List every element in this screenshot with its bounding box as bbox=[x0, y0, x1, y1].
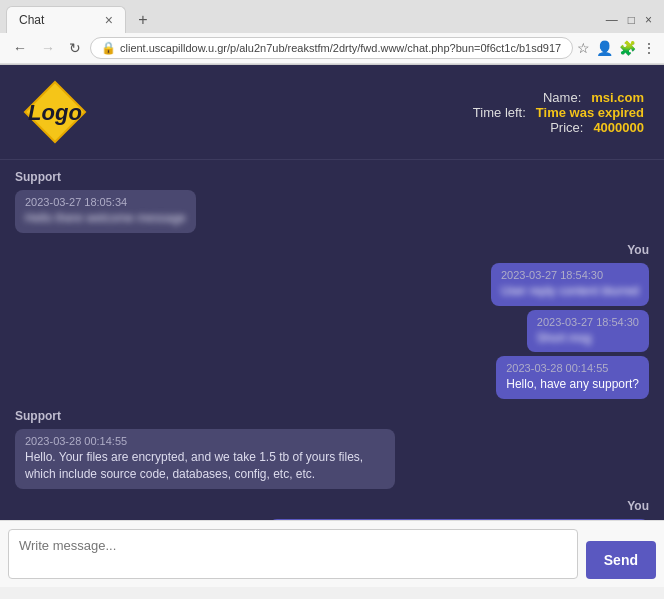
message-group: You 2023-03-28 00:14:55 Multi line blurr… bbox=[15, 499, 649, 520]
message-time: 2023-03-27 18:54:30 bbox=[501, 269, 639, 281]
name-row: Name: msi.com bbox=[543, 90, 644, 105]
price-label: Price: bbox=[550, 120, 583, 135]
sender-label: Support bbox=[15, 409, 61, 423]
refresh-button[interactable]: ↻ bbox=[64, 37, 86, 59]
new-tab-button[interactable]: + bbox=[130, 7, 156, 33]
message-text: User reply content blurred bbox=[501, 283, 639, 300]
message-text: Hello there welcome message bbox=[25, 210, 186, 227]
message-time: 2023-03-28 00:14:55 bbox=[25, 435, 385, 447]
send-button[interactable]: Send bbox=[586, 541, 656, 579]
extensions-icon[interactable]: 🧩 bbox=[619, 40, 636, 56]
message-group: Support 2023-03-27 18:05:34 Hello there … bbox=[15, 170, 649, 233]
menu-icon[interactable]: ⋮ bbox=[642, 40, 656, 56]
message-bubble: 2023-03-28 00:14:55 Hello, have any supp… bbox=[496, 356, 649, 399]
browser-tab[interactable]: Chat × bbox=[6, 6, 126, 33]
minimize-button[interactable]: — bbox=[606, 13, 618, 27]
time-row: Time left: Time was expired bbox=[473, 105, 644, 120]
security-icon: 🔒 bbox=[101, 41, 116, 55]
header-info: Name: msi.com Time left: Time was expire… bbox=[473, 90, 644, 135]
message-input[interactable] bbox=[8, 529, 578, 579]
sender-label: You bbox=[627, 243, 649, 257]
message-bubble: 2023-03-27 18:54:30 Short msg bbox=[527, 310, 649, 353]
message-text: Short msg bbox=[537, 330, 639, 347]
nav-actions: ☆ 👤 🧩 ⋮ bbox=[577, 40, 656, 56]
logo-container: Logo bbox=[20, 77, 90, 147]
time-label: Time left: bbox=[473, 105, 526, 120]
input-area: Send bbox=[0, 520, 664, 587]
maximize-button[interactable]: □ bbox=[628, 13, 635, 27]
message-time: 2023-03-27 18:54:30 bbox=[537, 316, 639, 328]
message-text: Hello. Your files are encrypted, and we … bbox=[25, 449, 385, 483]
address-bar[interactable]: 🔒 client.uscapilldow.u.gr/p/alu2n7ub/rea… bbox=[90, 37, 573, 59]
tab-title: Chat bbox=[19, 13, 97, 27]
message-time: 2023-03-28 00:14:55 bbox=[506, 362, 639, 374]
tab-close-button[interactable]: × bbox=[105, 12, 113, 28]
name-value: msi.com bbox=[591, 90, 644, 105]
close-button[interactable]: × bbox=[645, 13, 652, 27]
browser-chrome: Chat × + — □ × ← → ↻ 🔒 client.uscapilldo… bbox=[0, 0, 664, 65]
name-label: Name: bbox=[543, 90, 581, 105]
price-value: 4000000 bbox=[593, 120, 644, 135]
sender-label: You bbox=[627, 499, 649, 513]
logo-icon: Logo bbox=[20, 77, 90, 147]
sender-label: Support bbox=[15, 170, 61, 184]
forward-button[interactable]: → bbox=[36, 37, 60, 59]
bookmark-icon[interactable]: ☆ bbox=[577, 40, 590, 56]
back-button[interactable]: ← bbox=[8, 37, 32, 59]
message-bubble: 2023-03-27 18:05:34 Hello there welcome … bbox=[15, 190, 196, 233]
tab-bar: Chat × + — □ × bbox=[0, 0, 664, 33]
app-header: Logo Name: msi.com Time left: Time was e… bbox=[0, 65, 664, 160]
app-container: Logo Name: msi.com Time left: Time was e… bbox=[0, 65, 664, 587]
message-bubble: 2023-03-27 18:54:30 User reply content b… bbox=[491, 263, 649, 306]
nav-bar: ← → ↻ 🔒 client.uscapilldow.u.gr/p/alu2n7… bbox=[0, 33, 664, 64]
message-group: Support 2023-03-28 00:14:55 Hello. Your … bbox=[15, 409, 649, 489]
price-row: Price: 4000000 bbox=[550, 120, 644, 135]
message-group: You 2023-03-27 18:54:30 User reply conte… bbox=[15, 243, 649, 399]
time-value: Time was expired bbox=[536, 105, 644, 120]
profile-icon[interactable]: 👤 bbox=[596, 40, 613, 56]
message-bubble: 2023-03-28 00:14:55 Hello. Your files ar… bbox=[15, 429, 395, 489]
address-text: client.uscapilldow.u.gr/p/alu2n7ub/reaks… bbox=[120, 42, 562, 54]
chat-container: Support 2023-03-27 18:05:34 Hello there … bbox=[0, 160, 664, 520]
message-text: Hello, have any support? bbox=[506, 376, 639, 393]
message-time: 2023-03-27 18:05:34 bbox=[25, 196, 186, 208]
window-controls: — □ × bbox=[606, 13, 658, 27]
svg-text:Logo: Logo bbox=[28, 100, 82, 125]
